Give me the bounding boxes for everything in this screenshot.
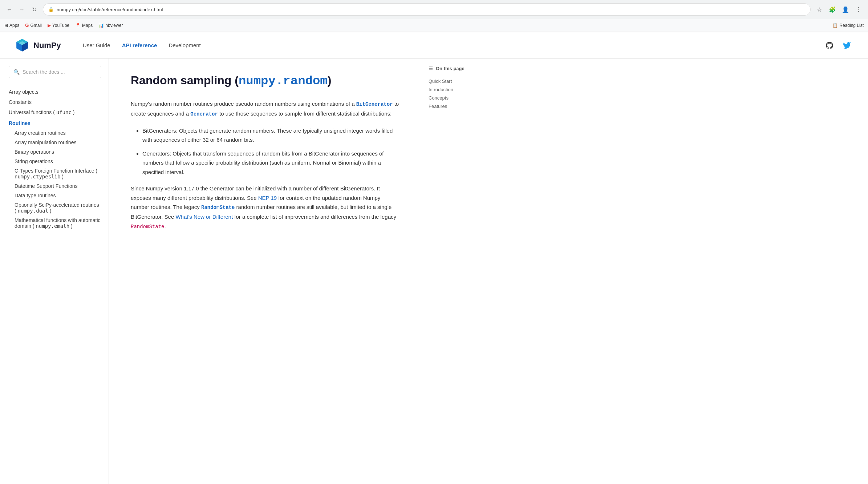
sidebar-item-ctypeslib[interactable]: C-Types Foreign Function Interface ( num… <box>9 166 101 181</box>
toc-icon: ☰ <box>429 66 433 71</box>
sidebar-section-routines[interactable]: Routines <box>9 117 101 128</box>
main-content: Random sampling (numpy.random) Numpy's r… <box>109 59 421 484</box>
randomstate-end-link[interactable]: RandomState <box>131 224 164 230</box>
title-plain: Random sampling ( <box>131 74 239 87</box>
sidebar-item-array-objects[interactable]: Array objects <box>9 87 101 97</box>
nav-user-guide[interactable]: User Guide <box>83 42 110 48</box>
github-icon <box>825 41 834 50</box>
extensions-button[interactable]: 🧩 <box>827 4 837 15</box>
maps-icon: 📍 <box>75 23 81 28</box>
title-code: numpy.random <box>239 74 328 88</box>
main-nav: User Guide API reference Development <box>83 42 201 48</box>
youtube-icon: ▶ <box>48 23 51 28</box>
sidebar-item-scipy-accelerated[interactable]: Optionally SciPy-accelerated routines ( … <box>9 200 101 215</box>
numpy-logo-icon <box>15 38 30 53</box>
lock-icon: 🔒 <box>48 7 54 12</box>
toc-features[interactable]: Features <box>429 102 494 110</box>
browser-nav-buttons: ← → ↻ <box>4 4 39 15</box>
apps-label: Apps <box>9 23 19 28</box>
url-text: numpy.org/doc/stable/reference/random/in… <box>57 7 805 12</box>
logo-text: NumPy <box>33 41 61 50</box>
feature-list: BitGenerators: Objects that generate ran… <box>131 126 399 177</box>
numpy-logo[interactable]: NumPy <box>15 38 61 53</box>
gmail-label: Gmail <box>30 23 41 28</box>
twitter-icon-button[interactable] <box>840 39 853 52</box>
page-wrapper: NumPy User Guide API reference Developme… <box>0 32 868 484</box>
randomstate-link[interactable]: RandomState <box>201 205 235 210</box>
sidebar-item-array-creation[interactable]: Array creation routines <box>9 128 101 138</box>
gmail-icon: G <box>25 23 29 28</box>
profile-button[interactable]: 👤 <box>840 4 851 15</box>
youtube-label: YouTube <box>52 23 69 28</box>
bookmark-youtube[interactable]: ▶ YouTube <box>48 23 69 28</box>
search-icon: 🔍 <box>13 69 20 75</box>
bookmark-apps[interactable]: ⊞ Apps <box>4 23 19 28</box>
top-navigation: NumPy User Guide API reference Developme… <box>0 32 868 59</box>
left-sidebar: 🔍 Search the docs ... Array objects Cons… <box>0 59 109 484</box>
reading-list-label: Reading List <box>839 23 864 28</box>
toc-title: ☰ On this page <box>429 66 494 71</box>
generator-link[interactable]: Generator <box>190 111 218 117</box>
reading-list-icon: 📋 <box>832 23 838 28</box>
maps-label: Maps <box>82 23 93 28</box>
browser-actions: ☆ 🧩 👤 ⋮ <box>814 4 864 15</box>
bullet-generators: Generators: Objects that transform seque… <box>142 149 399 177</box>
nep19-link[interactable]: NEP 19 <box>258 195 277 201</box>
bookmark-star-button[interactable]: ☆ <box>814 4 824 15</box>
nav-icons <box>823 39 853 52</box>
bit-generator-link[interactable]: BitGenerator <box>356 101 393 107</box>
search-box[interactable]: 🔍 Search the docs ... <box>9 66 101 78</box>
browser-chrome: ← → ↻ 🔒 numpy.org/doc/stable/reference/r… <box>0 0 868 32</box>
address-bar[interactable]: 🔒 numpy.org/doc/stable/reference/random/… <box>43 3 811 16</box>
bullet-bitgenerators: BitGenerators: Objects that generate ran… <box>142 126 399 145</box>
back-button[interactable]: ← <box>4 4 15 15</box>
twitter-icon <box>843 41 851 50</box>
apps-icon: ⊞ <box>4 23 8 28</box>
whats-new-link[interactable]: What's New or Different <box>175 214 233 220</box>
title-suffix: ) <box>328 74 332 87</box>
toc-quick-start[interactable]: Quick Start <box>429 77 494 85</box>
reload-button[interactable]: ↻ <box>29 4 39 15</box>
search-placeholder: Search the docs ... <box>23 69 65 75</box>
nav-api-reference[interactable]: API reference <box>122 42 157 48</box>
sidebar-item-array-manipulation[interactable]: Array manipulation routines <box>9 138 101 147</box>
sidebar-item-emath[interactable]: Mathematical functions with automatic do… <box>9 215 101 231</box>
toc-title-text: On this page <box>436 66 465 71</box>
browser-toolbar: ← → ↻ 🔒 numpy.org/doc/stable/reference/r… <box>0 0 868 19</box>
github-icon-button[interactable] <box>823 39 836 52</box>
sidebar-item-binary-ops[interactable]: Binary operations <box>9 147 101 157</box>
bookmark-gmail[interactable]: G Gmail <box>25 23 41 28</box>
sidebar-item-string-ops[interactable]: String operations <box>9 157 101 166</box>
sidebar-item-datetime[interactable]: Datetime Support Functions <box>9 181 101 191</box>
forward-button[interactable]: → <box>17 4 27 15</box>
bookmark-nbviewer[interactable]: 📊 nbviewer <box>98 23 123 28</box>
nbviewer-label: nbviewer <box>105 23 123 28</box>
reading-list-button[interactable]: 📋 Reading List <box>832 23 864 28</box>
right-sidebar: ☰ On this page Quick Start Introduction … <box>421 59 501 484</box>
nav-development[interactable]: Development <box>169 42 200 48</box>
toc-introduction[interactable]: Introduction <box>429 85 494 94</box>
para2: Since Numpy version 1.17.0 the Generator… <box>131 184 399 231</box>
intro-paragraph: Numpy's random number routines produce p… <box>131 99 399 119</box>
sidebar-item-constants[interactable]: Constants <box>9 97 101 107</box>
sidebar-item-data-type[interactable]: Data type routines <box>9 191 101 200</box>
menu-button[interactable]: ⋮ <box>853 4 864 15</box>
page-title: Random sampling (numpy.random) <box>131 73 399 89</box>
sidebar-item-ufunc[interactable]: Universal functions ( ufunc ) <box>9 107 101 117</box>
bookmarks-bar: ⊞ Apps G Gmail ▶ YouTube 📍 Maps 📊 nbview… <box>0 19 868 32</box>
content-layout: 🔍 Search the docs ... Array objects Cons… <box>0 59 868 484</box>
toc-concepts[interactable]: Concepts <box>429 94 494 102</box>
bookmark-maps[interactable]: 📍 Maps <box>75 23 93 28</box>
nbviewer-icon: 📊 <box>98 23 104 28</box>
